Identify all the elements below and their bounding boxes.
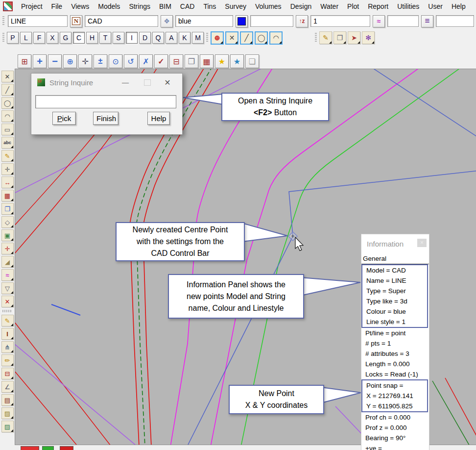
circle-snap-icon[interactable]: ◯: [255, 31, 268, 45]
segment-colour-icon[interactable]: ≈: [1, 269, 14, 281]
zoom-out-icon[interactable]: −: [48, 54, 62, 68]
menu-utilities[interactable]: Utilities: [393, 0, 424, 12]
menu-views[interactable]: Views: [67, 0, 94, 12]
maximize-icon[interactable]: [144, 79, 151, 86]
menu-project[interactable]: Project: [17, 0, 47, 12]
tin-input[interactable]: [387, 15, 419, 27]
linestyle-icon[interactable]: ≡: [421, 15, 433, 27]
name-template-button[interactable]: N: [70, 15, 82, 27]
snap-toggle-a[interactable]: A: [166, 32, 177, 44]
text-icon[interactable]: abc: [1, 137, 14, 149]
finish-button[interactable]: Finish: [93, 112, 119, 125]
zoom-in-icon[interactable]: +: [33, 54, 47, 68]
notes-icon[interactable]: ✏: [1, 354, 14, 366]
toolbar-grip[interactable]: [2, 16, 4, 26]
favourite-blue-star-icon[interactable]: ★: [230, 54, 244, 68]
snap-toggle-h[interactable]: H: [86, 32, 98, 44]
menu-cad[interactable]: CAD: [176, 0, 199, 12]
close-icon[interactable]: ✕: [159, 78, 176, 87]
interface-icon[interactable]: I: [1, 328, 14, 340]
menu-survey[interactable]: Survey: [220, 0, 251, 12]
toolbar-grip[interactable]: [315, 33, 317, 43]
line-icon[interactable]: ╱: [1, 84, 14, 96]
zoom-centre-icon[interactable]: ⊙: [109, 54, 122, 68]
measure-icon[interactable]: ↔: [1, 176, 14, 188]
circle-icon[interactable]: ◯: [1, 97, 14, 109]
menu-help[interactable]: Help: [447, 0, 470, 12]
line-snap-icon[interactable]: ╱: [240, 31, 253, 45]
model-input[interactable]: [85, 15, 158, 27]
menu-strings[interactable]: Strings: [124, 0, 155, 12]
menu-report[interactable]: Report: [363, 0, 393, 12]
dialog-title-bar[interactable]: 12 String Inquire — ✕: [31, 74, 182, 91]
points-icon[interactable]: ✕: [1, 71, 14, 82]
pick-button[interactable]: Pick: [52, 112, 76, 125]
boundary-icon[interactable]: ▽: [1, 282, 14, 294]
delete-icon[interactable]: ✕: [1, 296, 14, 307]
minimize-icon[interactable]: —: [115, 78, 136, 86]
grid-table-icon[interactable]: ▦: [1, 190, 14, 201]
polygon-icon[interactable]: ◇: [1, 216, 14, 228]
copy-window-icon[interactable]: ❐: [1, 203, 14, 215]
help-button[interactable]: Help: [147, 112, 170, 125]
arc-snap-icon[interactable]: ◠: [269, 31, 283, 45]
string-name-input[interactable]: [8, 15, 68, 27]
snap-toggle-x[interactable]: X: [47, 32, 58, 44]
offset-icon[interactable]: ◢: [1, 256, 14, 268]
cancel-redraw-icon[interactable]: ✗: [139, 54, 153, 68]
tin-icon[interactable]: ≈: [373, 15, 385, 27]
image-icon[interactable]: ▣: [1, 229, 14, 241]
snap-toggle-p[interactable]: P: [7, 32, 19, 44]
toolbar-grip[interactable]: [206, 33, 208, 43]
move-icon[interactable]: ✛: [1, 243, 14, 254]
copy-view-icon[interactable]: ❐: [185, 54, 198, 68]
colour-swatch[interactable]: [236, 15, 248, 27]
snap-toggle-g[interactable]: G: [60, 32, 71, 44]
menu-plot[interactable]: Plot: [343, 0, 363, 12]
snap-toggle-l[interactable]: L: [20, 32, 32, 44]
snap-toggle-d[interactable]: D: [139, 32, 151, 44]
hatch-colour-icon[interactable]: ▨: [1, 421, 14, 432]
favourite-yellow-star-icon[interactable]: ★: [215, 54, 229, 68]
survey-icon[interactable]: ⋔: [1, 341, 14, 353]
multi-string-icon[interactable]: ✻: [362, 31, 375, 44]
zoom-scale-icon[interactable]: ±: [94, 54, 107, 68]
redraw-icon[interactable]: ✓: [154, 54, 168, 68]
point-snap-icon[interactable]: ⊕: [211, 31, 224, 45]
menu-file[interactable]: File: [47, 0, 67, 12]
views-menu-icon[interactable]: ⊞: [18, 54, 31, 68]
rectangle-icon[interactable]: ▭: [1, 124, 14, 135]
colour-input[interactable]: [175, 15, 233, 27]
menu-user[interactable]: User: [424, 0, 447, 12]
view-button-chip[interactable]: [21, 446, 39, 450]
road-icon[interactable]: ▤: [1, 394, 14, 406]
view-button-chip[interactable]: [42, 446, 54, 450]
symbol-input[interactable]: [436, 15, 474, 27]
menu-tins[interactable]: Tins: [199, 0, 220, 12]
menu-models[interactable]: Models: [94, 0, 124, 12]
vertex-snap-icon[interactable]: ✕: [225, 31, 238, 45]
hatch-star-icon[interactable]: ▨: [1, 407, 14, 419]
view-button-chip[interactable]: [60, 446, 73, 450]
snap-toggle-s[interactable]: S: [113, 32, 124, 44]
snap-toggle-m[interactable]: M: [192, 32, 204, 44]
information-close-icon[interactable]: ×: [417, 239, 427, 247]
toolbar-grip[interactable]: [2, 33, 4, 43]
menu-water[interactable]: Water: [316, 0, 343, 12]
menu-bim[interactable]: BIM: [155, 0, 176, 12]
snap-toggle-q[interactable]: Q: [152, 32, 164, 44]
edit-string-icon[interactable]: ✎: [319, 31, 332, 44]
window-tile-icon[interactable]: ❏: [245, 54, 259, 68]
snap-toggle-k[interactable]: K: [179, 32, 190, 44]
grid-icon[interactable]: ▦: [200, 54, 214, 68]
arrow-string-icon[interactable]: ➤: [348, 31, 360, 44]
menu-design[interactable]: Design: [286, 0, 316, 12]
section-icon[interactable]: ⊟: [1, 368, 14, 379]
string-inquire-input[interactable]: [35, 95, 176, 108]
snap-toggle-i[interactable]: I: [126, 32, 138, 44]
zoom-extents-icon[interactable]: ⊕: [63, 54, 77, 68]
document-string-icon[interactable]: ❐: [333, 31, 346, 44]
plot-icon[interactable]: ⊟: [169, 54, 183, 68]
arc-icon[interactable]: ◠: [1, 110, 14, 122]
snap-toggle-f[interactable]: F: [33, 32, 45, 44]
